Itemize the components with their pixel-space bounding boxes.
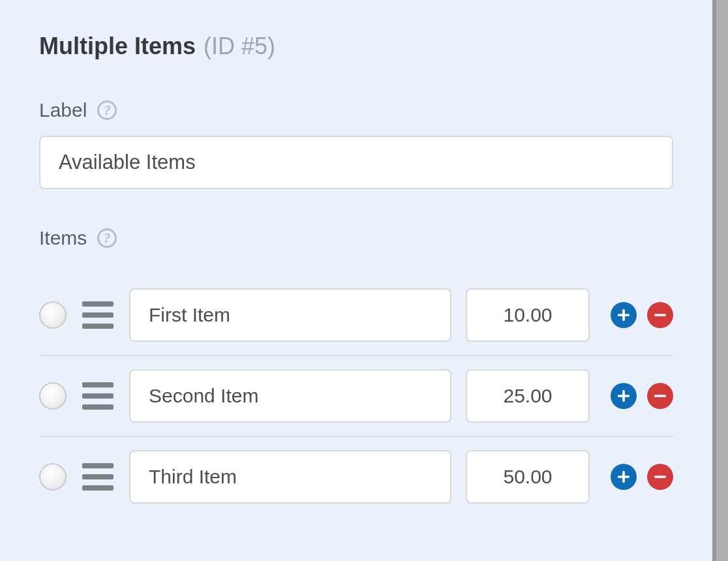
help-icon[interactable]: ? <box>97 228 117 248</box>
item-price-input[interactable] <box>466 450 590 504</box>
add-item-button[interactable] <box>611 464 637 490</box>
minus-icon <box>653 389 667 403</box>
label-field-label: Label <box>39 99 87 121</box>
section-title-text: Multiple Items <box>39 33 196 60</box>
item-price-input[interactable] <box>466 288 590 342</box>
label-field-group: Label ? <box>39 99 673 189</box>
section-title: Multiple Items (ID #5) <box>39 33 673 60</box>
scrollbar[interactable] <box>716 0 728 561</box>
plus-icon <box>616 308 631 322</box>
minus-icon <box>653 308 667 322</box>
items-field-header: Items ? <box>39 227 673 249</box>
plus-icon <box>616 470 631 484</box>
drag-handle-icon[interactable] <box>81 299 115 331</box>
default-radio[interactable] <box>39 382 67 410</box>
scrollbar-edge <box>712 0 716 561</box>
item-actions <box>611 383 673 409</box>
item-name-input[interactable] <box>129 288 451 342</box>
drag-handle-icon[interactable] <box>81 380 115 412</box>
help-icon[interactable]: ? <box>97 100 117 120</box>
label-input[interactable] <box>39 136 673 189</box>
item-name-input[interactable] <box>129 369 451 423</box>
remove-item-button[interactable] <box>647 464 673 490</box>
section-id: (ID #5) <box>204 33 275 60</box>
plus-icon <box>616 389 631 403</box>
items-field-group: Items ? <box>39 227 673 517</box>
default-radio[interactable] <box>39 463 67 491</box>
item-price-input[interactable] <box>466 369 590 423</box>
item-actions <box>611 302 673 328</box>
items-field-label: Items <box>39 227 87 249</box>
field-settings-panel: Multiple Items (ID #5) Label ? Items ? <box>0 0 712 517</box>
remove-item-button[interactable] <box>647 383 673 409</box>
item-row <box>39 356 673 436</box>
item-row <box>39 437 673 517</box>
item-name-input[interactable] <box>129 450 451 504</box>
drag-handle-icon[interactable] <box>81 461 115 493</box>
item-row <box>39 275 673 355</box>
add-item-button[interactable] <box>611 383 637 409</box>
default-radio[interactable] <box>39 301 67 329</box>
item-actions <box>611 464 673 490</box>
minus-icon <box>653 470 667 484</box>
remove-item-button[interactable] <box>647 302 673 328</box>
add-item-button[interactable] <box>611 302 637 328</box>
label-field-header: Label ? <box>39 99 673 121</box>
